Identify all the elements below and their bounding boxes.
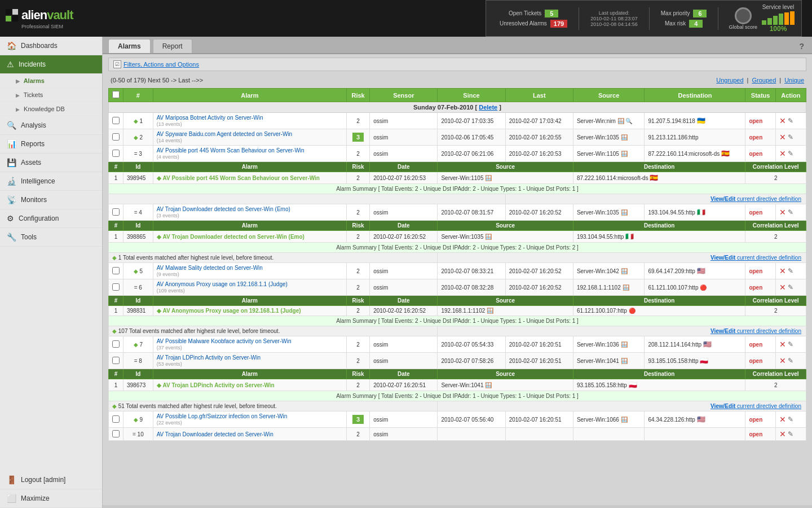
edit-icon2[interactable]: ✎ <box>788 133 793 141</box>
sidebar-item-logout[interactable]: 🚪 Logout [admin] <box>0 471 102 489</box>
sidebar-item-knowledge[interactable]: ▶ Knowledge DB <box>0 102 102 116</box>
edit-icon5[interactable]: ✎ <box>788 267 793 275</box>
row6-alarm-link[interactable]: AV Anonymous Proxy usage on 192.168.1.1 … <box>157 281 288 287</box>
sidebar-label-dashboards: Dashboards <box>21 42 58 50</box>
close-icon3[interactable]: ✕ <box>779 149 786 158</box>
sub-alarm-link3[interactable]: AV Possible port 445 Worm Scan Behaviour… <box>162 175 320 181</box>
row8-select[interactable] <box>112 357 120 364</box>
row1-alarm-link[interactable]: AV Mariposa Botnet Activity on Server-Wi… <box>157 115 263 121</box>
row7-alarm-link[interactable]: AV Possible Malware Koobface activity on… <box>157 338 292 344</box>
sub4-alarm-link[interactable]: AV Trojan Downloader detected on Server-… <box>162 234 304 240</box>
sidebar-bottom: 🚪 Logout [admin] ⬜ Maximize <box>0 471 102 508</box>
row1-alarm-cell: AV Mariposa Botnet Activity on Server-Wi… <box>153 113 346 129</box>
row7-dest: 208.112.114.164:http 🇺🇸 <box>645 336 745 353</box>
main-content: Alarms Report ? ☑ Filters, Actions and O… <box>103 37 812 508</box>
ungrouped-link[interactable]: Ungruped <box>716 77 743 84</box>
close-icon9[interactable]: ✕ <box>779 415 786 424</box>
row6-num: = 6 <box>123 279 153 296</box>
max-priority-value: 6 <box>693 10 707 17</box>
close-icon5[interactable]: ✕ <box>779 266 786 275</box>
row10-source <box>573 428 645 441</box>
view-edit-link3[interactable]: View/Edit current directive definition <box>710 196 801 202</box>
edit-icon6[interactable]: ✎ <box>788 283 793 291</box>
select-all-checkbox[interactable] <box>112 91 120 98</box>
row5-alarm-link[interactable]: AV Malware Sality detected on Server-Win <box>157 265 263 271</box>
sidebar-item-maximize[interactable]: ⬜ Maximize <box>0 489 102 508</box>
close-icon10[interactable]: ✕ <box>779 430 786 439</box>
table-row: = 10 AV Trojan Downloader detected on Se… <box>109 428 806 441</box>
edit-icon9[interactable]: ✎ <box>788 415 793 423</box>
row4-select[interactable] <box>112 208 120 216</box>
sidebar-item-dashboards[interactable]: 🏠 Dashboards <box>0 37 102 55</box>
edit-icon3[interactable]: ✎ <box>788 150 793 157</box>
tab-alarms[interactable]: Alarms <box>108 39 151 53</box>
sidebar-item-tools[interactable]: 🔧 Tools <box>0 228 102 247</box>
summary-cell4: Alarm Summary [ Total Events: 2 - Unique… <box>109 243 806 253</box>
total-row3: View/Edit current directive definition <box>109 194 806 204</box>
edit-icon7[interactable]: ✎ <box>788 340 793 348</box>
sidebar-item-assets[interactable]: 💾 Assets <box>0 154 102 172</box>
row5-select[interactable] <box>112 267 120 274</box>
sidebar-item-analysis[interactable]: 🔍 Analysis <box>0 116 102 135</box>
sidebar-item-intelligence[interactable]: 🔬 Intelligence <box>0 172 102 191</box>
sidebar-item-monitors[interactable]: 📡 Monitors <box>0 191 102 209</box>
row9-select[interactable] <box>112 415 120 423</box>
row6-select[interactable] <box>112 283 120 291</box>
row4-dest: 193.104.94.55:http 🇮🇹 <box>645 204 745 221</box>
row10-alarm-link[interactable]: AV Trojan Downloader detected on Server-… <box>157 431 273 437</box>
unique-link[interactable]: Unique <box>784 77 804 84</box>
sub-th-alarm: Alarm <box>153 162 346 172</box>
windows-icon2: 🪟 <box>621 134 628 141</box>
sub8-alarm-link[interactable]: AV Trojan LDPinch Activity on Server-Win <box>162 382 274 388</box>
edit-icon10[interactable]: ✎ <box>788 430 793 438</box>
sidebar-item-configuration[interactable]: ⚙ Configuration <box>0 209 102 228</box>
row10-select[interactable] <box>112 430 120 437</box>
sub8-th-date: Date <box>370 369 438 379</box>
view-edit-cell4: View/Edit current directive definition <box>438 253 806 263</box>
day-delete-link[interactable]: Delete <box>479 104 497 111</box>
close-icon4[interactable]: ✕ <box>779 208 786 217</box>
action-icons10: ✕ ✎ <box>779 430 802 439</box>
status-badge10: open <box>749 431 762 437</box>
tab-report[interactable]: Report <box>153 39 192 53</box>
close-icon2[interactable]: ✕ <box>779 133 786 142</box>
row7-select[interactable] <box>112 340 120 348</box>
row3-alarm-link[interactable]: AV Possible port 445 Worm Scan Behaviour… <box>157 147 304 154</box>
th-source: Source <box>573 89 645 102</box>
global-score-label: Global score <box>729 24 757 30</box>
grouped-link[interactable]: Grouped <box>752 77 776 84</box>
unresolved-alarms-value: 179 <box>550 20 567 28</box>
edit-icon4[interactable]: ✎ <box>788 208 793 216</box>
edit-icon[interactable]: ✎ <box>788 117 793 125</box>
sidebar-item-alarms[interactable]: ▶ Alarms <box>0 74 102 88</box>
row4-alarm-link[interactable]: AV Trojan Downloader detected on Server-… <box>157 206 290 212</box>
sidebar-item-incidents[interactable]: ⚠ Incidents <box>0 55 102 74</box>
close-icon7[interactable]: ✕ <box>779 340 786 349</box>
windows-icon5: 🪟 <box>621 268 628 274</box>
sidebar-item-tickets[interactable]: ▶ Tickets <box>0 88 102 102</box>
row1-last: 2010-02-07 17:03:42 <box>505 113 573 129</box>
close-icon8[interactable]: ✕ <box>779 356 786 365</box>
bar2 <box>767 18 772 25</box>
sub4-th-date: Date <box>370 221 438 231</box>
sub-source: Server-Win:1105 🪟 <box>438 172 573 184</box>
help-button[interactable]: ? <box>797 40 806 53</box>
row3-select[interactable] <box>112 150 120 157</box>
sub6-alarm-link[interactable]: AV Anonymous Proxy usage on 192.168.1.1 … <box>162 308 301 314</box>
row2-select[interactable] <box>112 133 120 141</box>
row1-select[interactable] <box>112 117 120 124</box>
sidebar-item-reports[interactable]: 📊 Reports <box>0 135 102 154</box>
filters-link[interactable]: Filters, Actions and Options <box>123 61 199 68</box>
total-diamond8: ◆ <box>112 403 117 409</box>
view-edit-link8[interactable]: View/Edit current directive definition <box>710 403 801 409</box>
close-icon6[interactable]: ✕ <box>779 283 786 292</box>
row2-alarm-link[interactable]: AV Spyware Baidu.com Agent detected on S… <box>157 131 293 137</box>
close-icon[interactable]: ✕ <box>779 116 786 125</box>
row9-alarm-link[interactable]: AV Possible Lop.gfr/Swizzor infection on… <box>157 413 288 419</box>
maximize-icon: ⬜ <box>7 494 16 503</box>
view-edit-link4[interactable]: View/Edit current directive definition <box>710 255 801 261</box>
row3-risk: 2 <box>347 146 370 162</box>
view-edit-link6[interactable]: View/Edit current directive definition <box>710 328 801 334</box>
row8-alarm-link[interactable]: AV Trojan LDPinch Activity on Server-Win <box>157 354 261 361</box>
edit-icon8[interactable]: ✎ <box>788 357 793 365</box>
